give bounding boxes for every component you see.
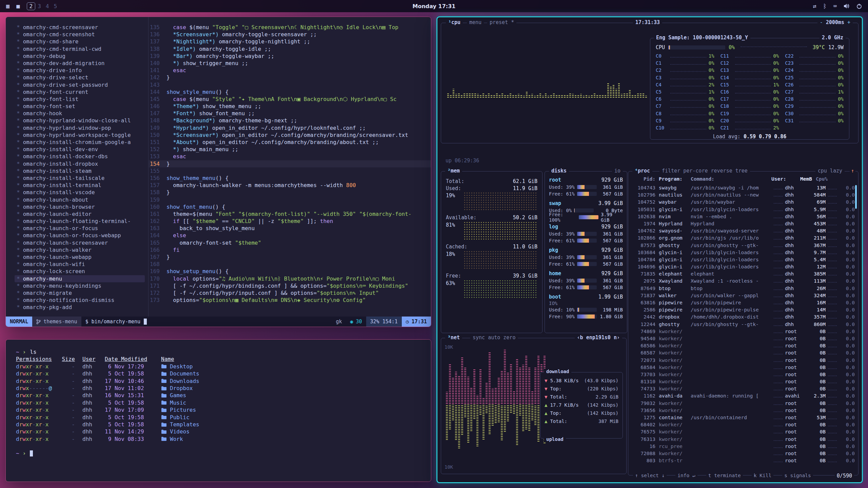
process-row[interactable]: 72073kworker/root0B0.0 [632,357,855,364]
proc-scrollbar[interactable] [855,185,857,209]
code-line[interactable]: 168 [149,261,431,268]
process-row[interactable]: 103684glycin-i/usr/lib/glycin-loadersdhh… [632,249,855,256]
file-list-item[interactable]: *omarchy-menu [15,275,145,282]
file-list-item[interactable]: *omarchy-migrate [15,289,148,297]
refresh-interval[interactable]: - 2000ms + [817,19,853,25]
file-list-item[interactable]: *omarchy-launch-walker [15,246,148,253]
process-row[interactable]: 16rcu_preeroot0B0.0 [632,443,855,450]
directory-name[interactable]: Templates [161,421,199,428]
proc-box-title[interactable]: ⁴proc [632,168,652,174]
code-line[interactable]: 167} [149,253,431,261]
code-line[interactable]: 156show_theme_menu() { [149,175,431,182]
code-line[interactable]: 165 omarchy-font-set "$theme" [149,239,431,246]
proc-footer-action[interactable]: ↑ select ↓ [633,473,667,479]
code-line[interactable]: 172 [ -f ~/.config/hypr/input.conf ] && … [149,289,431,297]
cpu-preset-button[interactable]: preset * [487,19,516,25]
code-line[interactable]: 145 case $(menu "Style" "✦ Theme\nA Font… [149,96,431,103]
code-line[interactable]: 144show_style_menu() { [149,88,431,96]
code-line[interactable]: 153 esac [149,153,431,160]
process-row[interactable]: 68584kworker/root0B0.0 [632,364,855,371]
process-row[interactable]: 68587kworker/root0B0.0 [632,349,855,357]
workspace-4[interactable]: 4 [43,3,52,10]
network-arrows-icon[interactable]: ⇄ [813,3,816,9]
code-line[interactable]: 147 *Font*) show_font_menu ;; [149,110,431,117]
process-row[interactable]: 81310kworker/root0B0.0 [632,378,855,385]
code-line[interactable]: 148 *Background*) omarchy-theme-bg-next … [149,117,431,124]
file-list-item[interactable]: *omarchy-install-steam [15,167,148,175]
volume-icon[interactable] [844,3,850,9]
file-list-item[interactable]: *omarchy-install-dropbox [15,160,148,167]
file-list-item[interactable]: *omarchy-cmd-share [15,38,148,45]
file-list-item[interactable]: *omarchy-launch-editor [15,210,148,218]
code-line[interactable]: 171 [ -f ~/.config/hypr/bindings.conf ] … [149,282,431,289]
file-list-item[interactable]: *omarchy-cmd-terminal-cwd [15,45,148,53]
code-line[interactable]: 162 if [[ "$theme" == "CNCLD" || -z "$th… [149,218,431,225]
file-list-item[interactable]: *omarchy-hyprland-window-pop [15,124,148,131]
process-row[interactable]: 94540kworker/root0B0.0 [632,335,855,342]
code-line[interactable]: 157 omarchy-launch-walker -m menus:omarc… [149,182,431,189]
file-list-item[interactable]: *omarchy-font-list [15,96,148,103]
process-row[interactable]: 104784glycin-i/usr/lib/glycin-loadersdhh… [632,256,855,263]
file-list-item[interactable]: *omarchy-launch-webapp [15,253,148,261]
process-row[interactable]: 76313kworker/root0B0.0 [632,436,855,443]
net-menu[interactable]: sync auto zero [470,334,518,341]
process-row[interactable]: 2442dropbox/home/dhh/.dropbox-distdhh357… [632,313,855,321]
proc-header-pid[interactable]: Pid: [632,176,655,184]
process-row[interactable]: 102866org.gnom/usr/bin/gjs /usr/lib/odhh… [632,235,855,242]
process-row[interactable]: 87649btopbtopdhh26M0.0 [632,285,855,292]
process-row[interactable]: 73703kworker/root0B0.0 [632,371,855,378]
directory-name[interactable]: Pictures [161,406,196,413]
code-line[interactable]: 137 *Nightlight*) omarchy-toggle-nightli… [149,38,431,45]
directory-name[interactable]: Documents [161,370,199,377]
process-row[interactable]: 71837walker/usr/bin/walker --gappldhh324… [632,292,855,299]
code-line[interactable]: 155 [149,167,431,175]
process-row[interactable]: 1275containe/usr/bin/containerdroot53M0.… [632,414,855,421]
process-row[interactable]: 68402kworker/root0B0.0 [632,421,855,428]
file-list-item[interactable]: *omarchy-debug [15,53,148,60]
proc-footer-action[interactable]: k Kill [752,473,773,479]
file-list-item[interactable]: *omarchy-launch-wifi [15,261,148,268]
proc-header-command[interactable]: Command: [691,176,771,184]
code-line[interactable]: 152 *) show_main_menu ;; [149,146,431,153]
code-line[interactable]: 136 *Screensaver*) omarchy-toggle-screen… [149,31,431,38]
directory-name[interactable]: Desktop [161,363,193,370]
file-list-item[interactable]: *omarchy-hook [15,110,148,117]
proc-header-cpu[interactable]: Cpu% [812,176,828,184]
code-line[interactable]: 161 theme=$(menu "Font" "$(omarchy-font-… [149,210,431,218]
code-line[interactable]: 140 *) show_trigger_menu ;; [149,60,431,67]
proc-header-user[interactable]: User: [771,176,792,184]
code-line[interactable]: 141 esac [149,67,431,74]
workspace-3[interactable]: 3 [35,3,43,10]
proc-footer-action[interactable]: s signals [782,473,813,479]
code-line[interactable]: 142} [149,74,431,81]
file-list-item[interactable]: *omarchy-install-tailscale [15,175,148,182]
process-row[interactable]: 102796nautilus/usr/bin/nautilus --newdhh… [632,191,855,199]
code-line[interactable]: 159 [149,196,431,203]
proc-header-program[interactable]: Program: [655,176,691,184]
code-line[interactable]: 164 else [149,232,431,239]
file-list-item[interactable]: *omarchy-font-set [15,103,148,110]
file-list-item[interactable]: *omarchy-install-dev-env [15,146,148,153]
process-row[interactable]: 104743swaybg/usr/bin/swaybg -i /homdhh13… [632,184,855,191]
process-row[interactable]: 71835elephantelephantdhh385M0.0 [632,270,855,278]
file-list-item[interactable]: *omarchy-install-chromium-google-a [15,139,148,146]
proc-menu[interactable]: filter per-core reverse tree [659,168,750,174]
file-list-item[interactable]: *omarchy-lock-screen [15,268,148,275]
file-list-item[interactable]: *omarchy-drive-select [15,74,148,81]
file-list-item[interactable]: *omarchy-drive-info [15,67,148,74]
process-row[interactable]: 104762swayosd-/usr/bin/swayosd-serverdhh… [632,227,855,235]
file-list-item[interactable]: *omarchy-menu-keybindings [15,282,148,289]
directory-name[interactable]: Downloads [161,378,199,385]
process-row[interactable]: 1974HyprlandHyprlanddhh453M0.0 [632,220,855,227]
code-line[interactable]: 158} [149,189,431,196]
file-list-item[interactable]: *omarchy-cmd-screensaver [15,24,148,31]
scroll-up-indicator[interactable]: ↑ [850,168,855,174]
workspace-5[interactable]: 5 [51,3,59,10]
file-list-item[interactable]: *omarchy-install-vscode [15,189,148,196]
directory-name[interactable]: Dropbox [161,385,193,392]
code-line[interactable]: 150 *Screensaver*) open_in_editor ~/.con… [149,131,431,139]
proc-footer-action[interactable]: info ↵ [675,473,697,479]
file-list-item[interactable]: *omarchy-launch-about [15,196,148,203]
cpu-box-title[interactable]: ¹cpu [446,19,463,25]
process-row[interactable]: 87573ghostty/usr/bin/ghostty --gtk-dhh36… [632,242,855,249]
